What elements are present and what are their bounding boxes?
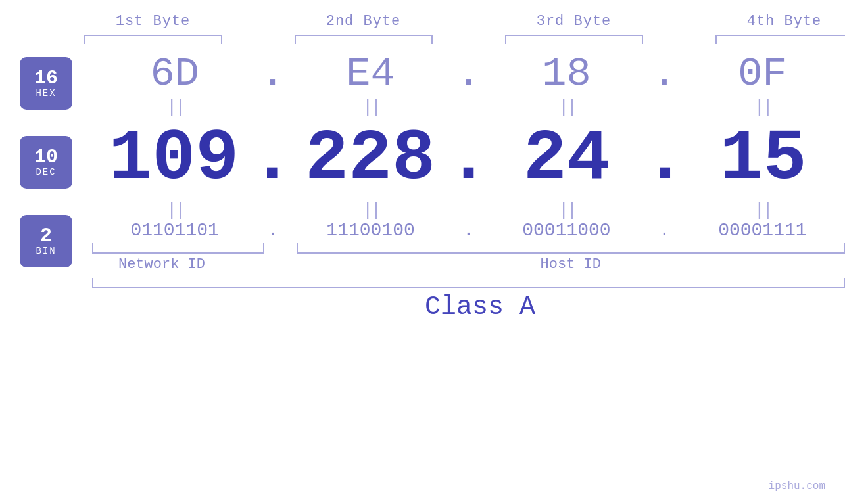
network-id-label: Network ID	[118, 256, 205, 273]
bin-cell-1: 01101101	[92, 220, 257, 241]
byte-header-2: 2nd Byte	[326, 13, 401, 30]
hex-value-3: 18	[542, 51, 591, 97]
hex-cell-1: 6D	[92, 51, 257, 97]
dec-value-4: 15	[720, 118, 807, 200]
dec-cell-4: 15	[681, 118, 845, 200]
bin-cell-2: 11100100	[288, 220, 453, 241]
equals-3: ||	[558, 97, 575, 118]
hex-row: 6D . E4 . 18 . 0F	[92, 51, 845, 97]
dec-row: 109 . 228 . 24 . 15	[92, 118, 845, 200]
dec-value-2: 228	[305, 118, 435, 200]
byte-bracket-4	[715, 35, 846, 44]
dec-cell-3: 24	[485, 118, 649, 200]
bin-value-4: 00001111	[718, 220, 806, 241]
bin-dot-2: .	[453, 220, 484, 241]
byte-header-3: 3rd Byte	[537, 13, 612, 30]
equals-5: ||	[166, 200, 183, 220]
bin-value-1: 01101101	[130, 220, 218, 241]
bin-badge-name: BIN	[36, 246, 56, 256]
byte-header-1: 1st Byte	[116, 13, 191, 30]
bin-dot-3: .	[649, 220, 680, 241]
class-bracket	[92, 278, 845, 288]
byte-col-4: 4th Byte	[696, 13, 846, 44]
hex-badge-name: HEX	[36, 88, 56, 99]
hex-dot-2: .	[453, 51, 484, 97]
dec-dot-3: .	[648, 118, 681, 200]
byte-col-3: 3rd Byte	[485, 13, 663, 44]
bin-value-3: 00011000	[522, 220, 610, 241]
hex-cell-4: 0F	[680, 51, 845, 97]
hex-badge: 16 HEX	[20, 57, 72, 110]
byte-bracket-1	[84, 35, 222, 44]
host-id-bracket	[297, 243, 845, 254]
dec-badge-num: 10	[34, 147, 58, 167]
bin-row: 01101101 . 11100100 . 00011000 .	[92, 220, 845, 241]
class-label: Class A	[425, 292, 535, 322]
byte-col-1: 1st Byte	[64, 13, 242, 44]
hex-value-1: 6D	[150, 51, 199, 97]
byte-col-2: 2nd Byte	[275, 13, 452, 44]
equals-2: ||	[362, 97, 379, 118]
dec-badge: 10 DEC	[20, 136, 72, 189]
equals-6: ||	[362, 200, 379, 220]
hex-value-4: 0F	[738, 51, 786, 97]
dec-dot-2: .	[452, 118, 485, 200]
dec-cell-1: 109	[92, 118, 256, 200]
bin-badge: 2 BIN	[20, 215, 72, 267]
dec-cell-2: 228	[289, 118, 452, 200]
bin-value-2: 11100100	[326, 220, 414, 241]
equals-row-1: || || || ||	[92, 97, 845, 118]
equals-row-2: || || || ||	[92, 200, 845, 220]
watermark: ipshu.com	[769, 480, 825, 492]
bin-cell-3: 00011000	[484, 220, 649, 241]
equals-4: ||	[754, 97, 771, 118]
byte-bracket-2	[295, 35, 433, 44]
byte-headers-row: 1st Byte 2nd Byte 3rd Byte 4th Byte	[0, 0, 845, 44]
hex-cell-2: E4	[288, 51, 453, 97]
hex-cell-3: 18	[484, 51, 649, 97]
equals-1: ||	[166, 97, 183, 118]
bin-cell-4: 00001111	[680, 220, 845, 241]
equals-7: ||	[558, 200, 575, 220]
hex-badge-num: 16	[34, 68, 58, 88]
bin-dot-1: .	[257, 220, 288, 241]
dec-value-1: 109	[109, 118, 239, 200]
hex-value-2: E4	[346, 51, 395, 97]
byte-bracket-3	[505, 35, 643, 44]
host-id-label: Host ID	[541, 256, 601, 273]
hex-dot-1: .	[257, 51, 288, 97]
dec-value-3: 24	[523, 118, 610, 200]
equals-8: ||	[754, 200, 771, 220]
hex-dot-3: .	[649, 51, 680, 97]
network-id-bracket	[92, 243, 264, 254]
bin-badge-num: 2	[40, 226, 52, 246]
dec-badge-name: DEC	[36, 167, 56, 177]
byte-header-4: 4th Byte	[747, 13, 822, 30]
main-container: 1st Byte 2nd Byte 3rd Byte 4th Byte 16 H…	[0, 0, 845, 504]
dec-dot-1: .	[256, 118, 289, 200]
